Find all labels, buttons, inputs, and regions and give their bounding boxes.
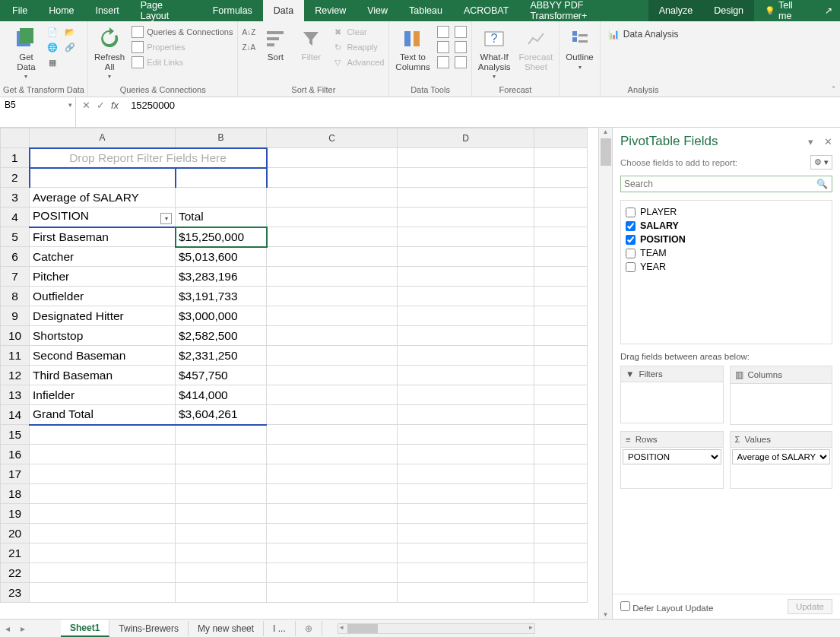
formula-input[interactable]: 15250000 xyxy=(125,97,840,127)
field-checkbox[interactable] xyxy=(626,221,636,231)
cell[interactable]: Catcher xyxy=(30,247,176,267)
scroll-down-icon[interactable]: ▼ xyxy=(599,611,612,618)
row-header[interactable]: 8 xyxy=(1,287,30,306)
pane-options-icon[interactable]: ▾ xyxy=(808,136,813,147)
defer-update-checkbox[interactable]: Defer Layout Update xyxy=(620,601,713,613)
row-header[interactable]: 5 xyxy=(1,227,30,247)
relationships-button[interactable] xyxy=(453,40,468,54)
field-salary[interactable]: SALARY xyxy=(626,219,827,233)
tab-formulas[interactable]: Formulas xyxy=(202,0,263,21)
tab-home[interactable]: Home xyxy=(38,0,84,21)
tab-file[interactable]: File xyxy=(2,0,38,21)
sheet-tab-2[interactable]: Twins-Brewers xyxy=(109,621,189,636)
cell[interactable]: $3,000,000 xyxy=(176,306,267,326)
from-table-button[interactable]: ▦ xyxy=(45,55,60,69)
tab-insert[interactable]: Insert xyxy=(85,0,130,21)
fx-icon[interactable]: fx xyxy=(111,100,119,111)
cell[interactable]: Grand Total xyxy=(30,405,176,425)
field-position[interactable]: POSITION xyxy=(626,233,827,246)
row-header[interactable]: 6 xyxy=(1,247,30,267)
field-checkbox[interactable] xyxy=(626,208,636,217)
queries-connections-button[interactable]: Queries & Connections xyxy=(130,25,234,39)
row-header[interactable]: 3 xyxy=(1,188,30,208)
row-header[interactable]: 1 xyxy=(1,148,30,168)
forecast-sheet-button[interactable]: Forecast Sheet xyxy=(516,25,556,73)
cell[interactable]: Second Baseman xyxy=(30,346,176,366)
name-box[interactable]: B5 ▾ xyxy=(0,97,76,127)
sort-asc-button[interactable]: A↓Z xyxy=(241,25,256,39)
tab-design[interactable]: Design xyxy=(703,0,754,21)
col-header-d[interactable]: D xyxy=(398,128,534,148)
get-data-button[interactable]: Get Data▾ xyxy=(9,25,43,81)
area-columns[interactable]: ▥Columns xyxy=(730,366,833,425)
sheet-tab-1[interactable]: Sheet1 xyxy=(61,620,109,637)
share-icon[interactable]: ↗ xyxy=(817,0,840,21)
select-all-corner[interactable] xyxy=(1,128,30,148)
remove-dup-button[interactable] xyxy=(436,40,451,54)
col-header-e[interactable] xyxy=(534,128,588,148)
row-header[interactable]: 4 xyxy=(1,208,30,227)
sheet-nav-prev[interactable]: ◂ xyxy=(0,623,15,634)
row-header[interactable]: 20 xyxy=(1,524,30,544)
field-year[interactable]: YEAR xyxy=(626,260,827,274)
col-header-b[interactable]: B xyxy=(176,128,267,148)
flash-fill-button[interactable] xyxy=(436,25,451,39)
cancel-formula-icon[interactable]: ✕ xyxy=(82,100,90,111)
cell[interactable]: $2,331,250 xyxy=(176,346,267,366)
row-header[interactable]: 19 xyxy=(1,504,30,524)
sheet-nav-next[interactable]: ▸ xyxy=(15,623,30,634)
area-values[interactable]: ΣValues Average of SALARY xyxy=(730,431,833,489)
cell[interactable]: $2,582,500 xyxy=(176,326,267,346)
field-checkbox[interactable] xyxy=(626,262,636,272)
cell[interactable]: First Baseman xyxy=(30,227,176,247)
row-header[interactable]: 10 xyxy=(1,326,30,346)
outline-button[interactable]: Outline▾ xyxy=(563,25,596,72)
cell[interactable]: Total xyxy=(176,208,267,227)
tab-acrobat[interactable]: ACROBAT xyxy=(453,0,520,21)
cell[interactable]: $15,250,000 xyxy=(176,227,267,247)
existing-connections-button[interactable]: 🔗 xyxy=(62,40,78,54)
row-header[interactable]: 15 xyxy=(1,425,30,445)
data-analysis-button[interactable]: 📊Data Analysis xyxy=(604,25,683,43)
from-web-button[interactable]: 🌐 xyxy=(45,40,60,54)
row-header[interactable]: 16 xyxy=(1,445,30,464)
row-header[interactable]: 13 xyxy=(1,385,30,405)
tell-me[interactable]: 💡Tell me xyxy=(754,0,817,21)
cell[interactable]: Pitcher xyxy=(30,267,176,287)
cell[interactable]: POSITION▾ xyxy=(30,208,176,227)
refresh-all-button[interactable]: Refresh All▾ xyxy=(91,25,128,81)
field-layout-button[interactable]: ⚙▾ xyxy=(810,155,832,170)
tab-page-layout[interactable]: Page Layout xyxy=(130,0,202,21)
row-header[interactable]: 17 xyxy=(1,464,30,484)
col-header-c[interactable]: C xyxy=(267,128,398,148)
reapply-button[interactable]: ↻Reapply xyxy=(330,40,385,54)
filter-button[interactable]: Filter xyxy=(294,25,328,64)
cell[interactable]: Outfielder xyxy=(30,287,176,306)
what-if-button[interactable]: ? What-If Analysis▾ xyxy=(475,25,514,81)
cell[interactable]: $3,191,733 xyxy=(176,287,267,306)
area-rows[interactable]: ≡Rows POSITION xyxy=(620,431,724,489)
sheet-tab-3[interactable]: My new sheet xyxy=(189,621,264,636)
cell[interactable]: Third Baseman xyxy=(30,366,176,385)
from-text-csv-button[interactable]: 📄 xyxy=(45,25,60,39)
advanced-button[interactable]: ▽Advanced xyxy=(330,55,385,69)
pivot-filter-dropzone[interactable]: Drop Report Filter Fields Here xyxy=(30,148,267,168)
row-header[interactable]: 11 xyxy=(1,346,30,366)
cell[interactable]: $414,000 xyxy=(176,385,267,405)
scroll-thumb[interactable] xyxy=(601,138,611,166)
scroll-up-icon[interactable]: ▲ xyxy=(599,128,612,135)
cell[interactable]: $5,013,600 xyxy=(176,247,267,267)
tab-view[interactable]: View xyxy=(357,0,398,21)
hscroll-thumb[interactable] xyxy=(347,624,378,633)
data-model-button[interactable] xyxy=(453,55,468,69)
edit-links-button[interactable]: Edit Links xyxy=(130,55,234,69)
tab-abbyy[interactable]: ABBYY PDF Transformer+ xyxy=(519,0,648,21)
hscroll-right-icon[interactable]: ▸ xyxy=(529,623,533,631)
row-header[interactable]: 21 xyxy=(1,544,30,563)
clear-button[interactable]: ✖Clear xyxy=(330,25,385,39)
cell[interactable]: Infielder xyxy=(30,385,176,405)
tab-data[interactable]: Data xyxy=(263,0,304,21)
row-header[interactable]: 18 xyxy=(1,484,30,504)
consolidate-button[interactable] xyxy=(453,25,468,39)
tab-review[interactable]: Review xyxy=(304,0,357,21)
